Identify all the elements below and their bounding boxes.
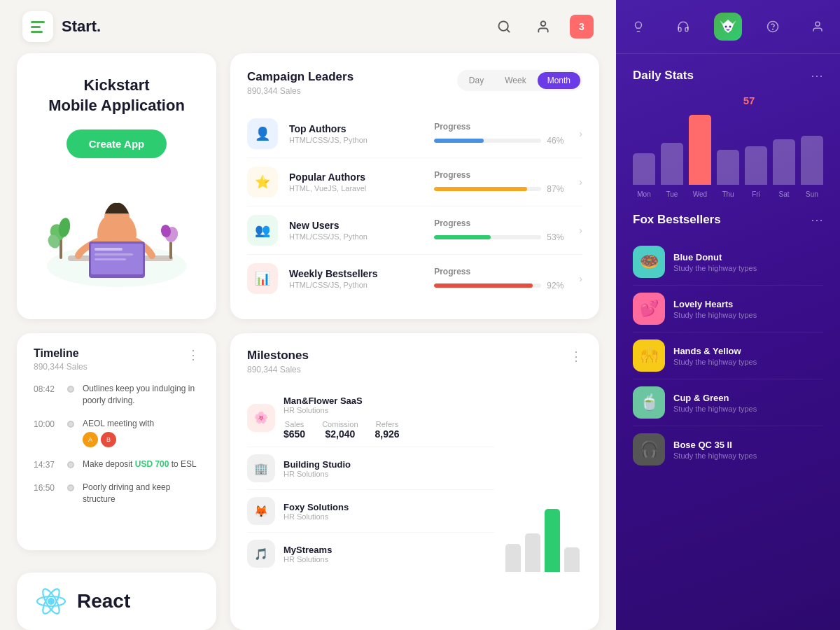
daily-stats-menu[interactable]: ⋯ bbox=[811, 68, 823, 83]
campaign-info: Popular Authors HTML, VueJS, Laravel bbox=[289, 172, 423, 192]
bestseller-name: Cup & Green bbox=[673, 393, 823, 403]
timeline-entry: 16:50 Poorly driving and keep structure bbox=[34, 482, 200, 505]
milestone-row: 🌸 Man&Flower SaaS HR Solutions Sales $65… bbox=[247, 388, 494, 447]
stat-sales: Sales $650 bbox=[284, 420, 305, 440]
create-app-button[interactable]: Create App bbox=[66, 130, 167, 158]
progress-section: Progress 46% bbox=[434, 122, 568, 146]
progress-bar-wrap bbox=[434, 139, 541, 143]
progress-row: 87% bbox=[434, 184, 568, 194]
timeline-text: Make deposit USD 700 to ESL bbox=[83, 458, 197, 470]
timeline-text: AEOL meeting with A B bbox=[83, 418, 154, 448]
tab-day[interactable]: Day bbox=[459, 72, 493, 89]
campaign-tabs: Day Week Month bbox=[457, 70, 582, 91]
milestones-body: 🌸 Man&Flower SaaS HR Solutions Sales $65… bbox=[247, 388, 582, 575]
svg-rect-10 bbox=[94, 253, 133, 255]
daily-bar bbox=[801, 136, 823, 185]
milestone-bar bbox=[545, 509, 560, 572]
milestone-row: 🎵 MyStreams HR Solutions bbox=[247, 533, 494, 575]
bestseller-row[interactable]: 🍵 Cup & Green Study the highway types bbox=[633, 379, 823, 426]
bestseller-row[interactable]: 🙌 Hands & Yellow Study the highway types bbox=[633, 332, 823, 379]
svg-point-27 bbox=[729, 26, 732, 28]
svg-marker-23 bbox=[722, 20, 734, 33]
progress-row: 92% bbox=[434, 281, 568, 290]
milestones-menu-dots[interactable]: ⋮ bbox=[570, 349, 582, 364]
bestseller-row[interactable]: 💕 Lovely Hearts Study the highway types bbox=[633, 286, 823, 332]
progress-section: Progress 53% bbox=[434, 218, 568, 242]
timeline-entry: 10:00 AEOL meeting with A B bbox=[34, 418, 200, 448]
campaign-chevron[interactable]: › bbox=[579, 273, 582, 284]
nav-icon-question[interactable] bbox=[759, 13, 787, 41]
bestseller-name: Bose QC 35 II bbox=[673, 440, 823, 450]
milestone-info: MyStreams HR Solutions bbox=[284, 545, 494, 564]
milestone-row: 🏢 Building Studio HR Solutions bbox=[247, 447, 494, 490]
bestseller-info: Lovely Hearts Study the highway types bbox=[673, 299, 823, 319]
daily-days: MonTueWedThuFriSatSun bbox=[633, 190, 823, 198]
day-label: Sun bbox=[801, 190, 823, 198]
timeline-menu-dots[interactable]: ⋮ bbox=[187, 347, 200, 363]
milestones-card: Milestones 890,344 Sales ⋮ 🌸 Man&Flower … bbox=[230, 333, 599, 630]
user-icon[interactable] bbox=[531, 14, 556, 39]
logo-icon bbox=[22, 11, 53, 42]
fox-bestsellers-menu[interactable]: ⋯ bbox=[811, 212, 823, 227]
svg-rect-16 bbox=[169, 241, 172, 259]
bestseller-row[interactable]: 🎧 Bose QC 35 II Study the highway types bbox=[633, 426, 823, 472]
svg-point-26 bbox=[725, 26, 727, 28]
daily-bar bbox=[633, 153, 655, 185]
search-icon[interactable] bbox=[491, 14, 517, 39]
daily-stats-title: Daily Stats bbox=[633, 69, 694, 83]
day-label: Mon bbox=[633, 190, 655, 198]
daily-stats-chart: 57 MonTueWedThuFriSatSun bbox=[633, 94, 823, 198]
campaign-subtitle: 890,344 Sales bbox=[247, 86, 354, 96]
progress-pct: 46% bbox=[547, 136, 568, 146]
campaign-chevron[interactable]: › bbox=[579, 128, 582, 139]
day-label: Wed bbox=[689, 190, 711, 198]
svg-rect-12 bbox=[59, 238, 62, 259]
progress-pct: 53% bbox=[547, 232, 568, 242]
campaign-row: 👥 New Users HTML/CSS/JS, Python Progress… bbox=[247, 206, 582, 255]
timeline-dot bbox=[67, 386, 74, 393]
tab-month[interactable]: Month bbox=[538, 72, 580, 89]
nav-icon-user[interactable] bbox=[804, 13, 832, 41]
stat-refers: Refers 8,926 bbox=[375, 420, 400, 440]
campaign-rows: 👤 Top Authors HTML/CSS/JS, Python Progre… bbox=[247, 110, 582, 302]
fox-svg-icon bbox=[719, 18, 737, 36]
milestone-name: Foxy Solutions bbox=[284, 502, 494, 512]
campaign-icon: 👤 bbox=[247, 118, 278, 149]
react-label: React bbox=[77, 590, 130, 612]
campaign-chevron[interactable]: › bbox=[579, 225, 582, 236]
timeline-text: Poorly driving and keep structure bbox=[83, 482, 200, 505]
progress-row: 46% bbox=[434, 136, 568, 146]
daily-stats-section: Daily Stats ⋯ 57 MonTueWedThuFriSatSun bbox=[616, 54, 840, 209]
timeline-dot bbox=[67, 421, 74, 428]
campaign-chevron[interactable]: › bbox=[579, 176, 582, 188]
timeline-dot bbox=[67, 484, 74, 491]
content-grid: Kickstart Mobile Application Create App bbox=[0, 53, 616, 630]
timeline-subtitle: 890,344 Sales bbox=[34, 362, 88, 372]
progress-bar-wrap bbox=[434, 187, 541, 191]
chart-peak-value: 57 bbox=[633, 94, 823, 106]
svg-point-30 bbox=[816, 22, 820, 26]
day-label: Tue bbox=[661, 190, 683, 198]
campaign-row: 📊 Weekly Bestsellers HTML/CSS/JS, Python… bbox=[247, 255, 582, 302]
campaign-info: Weekly Bestsellers HTML/CSS/JS, Python bbox=[289, 268, 423, 289]
bestseller-desc: Study the highway types bbox=[673, 311, 823, 319]
bestseller-row[interactable]: 🍩 Blue Donut Study the highway types bbox=[633, 239, 823, 286]
nav-icon-fox[interactable] bbox=[714, 13, 742, 41]
progress-label: Progress bbox=[434, 267, 568, 276]
milestones-subtitle: 890,344 Sales bbox=[247, 365, 309, 374]
tab-week[interactable]: Week bbox=[495, 72, 536, 89]
svg-line-1 bbox=[507, 29, 510, 32]
bestseller-desc: Study the highway types bbox=[673, 451, 823, 460]
day-label: Thu bbox=[717, 190, 739, 198]
nav-icon-headphones[interactable] bbox=[669, 13, 697, 41]
progress-bar-wrap bbox=[434, 235, 541, 239]
notification-badge[interactable]: 3 bbox=[570, 15, 594, 38]
nav-icon-lightbulb[interactable] bbox=[624, 13, 652, 41]
bestseller-info: Blue Donut Study the highway types bbox=[673, 252, 823, 272]
campaign-card: Campaign Leaders 890,344 Sales Day Week … bbox=[230, 53, 599, 319]
timeline-title: Timeline bbox=[34, 347, 88, 360]
milestones-chart bbox=[505, 388, 582, 575]
daily-bar bbox=[773, 139, 795, 185]
campaign-tags: HTML, VueJS, Laravel bbox=[289, 184, 423, 192]
svg-point-19 bbox=[48, 598, 55, 605]
